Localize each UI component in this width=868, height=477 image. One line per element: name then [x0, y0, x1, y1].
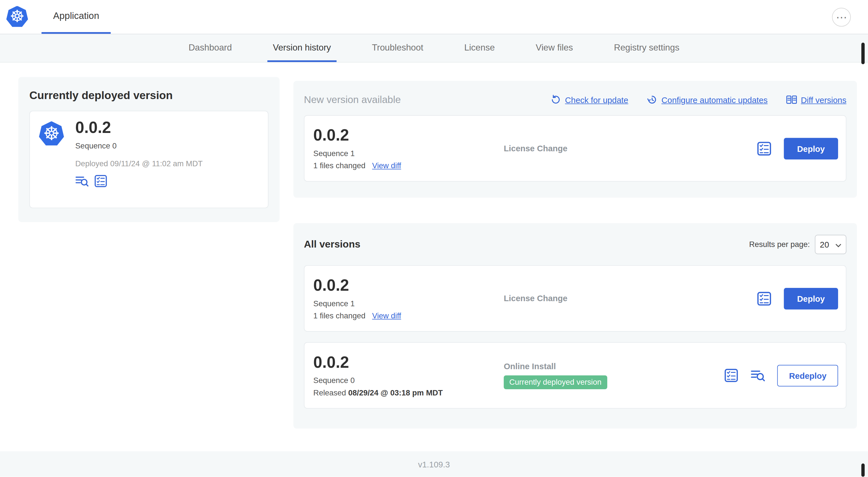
version-number: 0.0.2 [313, 277, 504, 295]
tab-label: Troubleshoot [372, 42, 423, 52]
more-menu-button[interactable]: ⋯ [832, 7, 851, 26]
sequence-label: Sequence 0 [313, 376, 504, 385]
ellipsis-icon: ⋯ [836, 11, 847, 22]
new-version-heading: New version available [304, 94, 401, 106]
tab-label: View files [536, 42, 573, 52]
currently-deployed-badge: Currently deployed version [504, 376, 607, 389]
kubernetes-logo-icon: ☸ [6, 6, 28, 28]
preflight-checklist-icon[interactable] [724, 368, 739, 383]
sequence-label: Sequence 1 [313, 299, 504, 308]
admin-console: ☸ Application ⋯ Dashboard Version histor… [0, 0, 868, 477]
helm-wheel-glyph: ☸ [43, 124, 60, 143]
preflight-checklist-icon[interactable] [757, 291, 772, 306]
app-tab-label: Application [53, 10, 99, 22]
diff-versions-label: Diff versions [801, 95, 846, 104]
version-number: 0.0.2 [75, 119, 203, 137]
footer: v1.109.3 [0, 451, 868, 477]
tab-view-files[interactable]: View files [530, 34, 579, 62]
deployed-timestamp: Deployed 09/11/24 @ 11:02 am MDT [75, 159, 203, 168]
tab-license[interactable]: License [459, 34, 500, 62]
tab-registry-settings[interactable]: Registry settings [609, 34, 685, 62]
view-diff-link[interactable]: View diff [372, 161, 401, 170]
tab-label: Version history [273, 42, 331, 52]
version-number: 0.0.2 [313, 127, 504, 145]
sequence-label: Sequence 1 [313, 149, 504, 158]
configure-automatic-updates-link[interactable]: Configure automatic updates [647, 94, 768, 105]
release-notes-icon[interactable] [751, 368, 765, 383]
diff-icon [786, 94, 797, 105]
files-changed-label: 1 files changed [313, 161, 365, 170]
released-timestamp: Released 08/29/24 @ 03:18 pm MDT [313, 388, 504, 397]
main-content: Currently deployed version ☸ 0.0.2 Seque… [0, 63, 868, 451]
currently-deployed-card: ☸ 0.0.2 Sequence 0 Deployed 09/11/24 @ 1… [29, 111, 268, 208]
new-version-panel: New version available Check for update C… [293, 81, 857, 198]
deploy-button[interactable]: Deploy [784, 288, 838, 309]
results-per-page-select[interactable]: 20 [815, 235, 846, 254]
results-per-page-value: 20 [820, 239, 829, 249]
view-diff-link[interactable]: View diff [372, 311, 401, 320]
kubernetes-logo-icon: ☸ [39, 121, 64, 147]
right-column: New version available Check for update C… [293, 81, 857, 428]
preflight-checklist-icon[interactable] [757, 141, 772, 156]
release-notes-icon[interactable] [75, 174, 89, 188]
configure-automatic-updates-label: Configure automatic updates [661, 95, 768, 104]
tab-label: Dashboard [188, 42, 232, 52]
version-source-label: Online Install [504, 362, 724, 371]
preflight-checklist-icon[interactable] [94, 174, 107, 188]
tab-troubleshoot[interactable]: Troubleshoot [366, 34, 429, 62]
tab-label: License [464, 42, 495, 52]
deploy-button[interactable]: Deploy [784, 138, 838, 159]
auto-update-clock-icon [647, 94, 657, 105]
all-versions-panel: All versions Results per page: 20 0.0.2 … [293, 223, 857, 429]
version-source-label: License Change [504, 143, 567, 153]
files-changed-label: 1 files changed [313, 311, 365, 320]
app-nav: Dashboard Version history Troubleshoot L… [0, 34, 868, 63]
redeploy-button[interactable]: Redeploy [777, 365, 838, 386]
version-source-label: License Change [504, 294, 567, 303]
refresh-icon [550, 94, 561, 105]
all-versions-heading: All versions [304, 239, 360, 250]
console-version-label: v1.109.3 [418, 459, 450, 469]
sequence-label: Sequence 0 [75, 141, 203, 150]
results-per-page-label: Results per page: [749, 240, 810, 248]
diff-versions-link[interactable]: Diff versions [786, 94, 846, 105]
new-version-card: 0.0.2 Sequence 1 1 files changed View di… [304, 115, 846, 181]
tab-application[interactable]: Application [41, 0, 111, 34]
tab-label: Registry settings [614, 42, 680, 52]
helm-wheel-glyph: ☸ [9, 8, 25, 25]
version-number: 0.0.2 [313, 354, 504, 372]
version-row: 0.0.2 Sequence 0 Released 08/29/24 @ 03:… [304, 342, 846, 409]
top-header: ☸ Application ⋯ [0, 0, 868, 34]
scrollbar-thumb[interactable] [861, 42, 865, 64]
check-for-update-link[interactable]: Check for update [550, 94, 628, 105]
currently-deployed-title: Currently deployed version [29, 89, 268, 102]
version-row: 0.0.2 Sequence 1 1 files changed View di… [304, 265, 846, 332]
chevron-down-icon [835, 239, 841, 249]
currently-deployed-panel: Currently deployed version ☸ 0.0.2 Seque… [18, 77, 280, 222]
tab-version-history[interactable]: Version history [267, 34, 336, 62]
tab-dashboard[interactable]: Dashboard [183, 34, 238, 62]
scrollbar-thumb[interactable] [861, 464, 865, 477]
check-for-update-label: Check for update [565, 95, 628, 104]
